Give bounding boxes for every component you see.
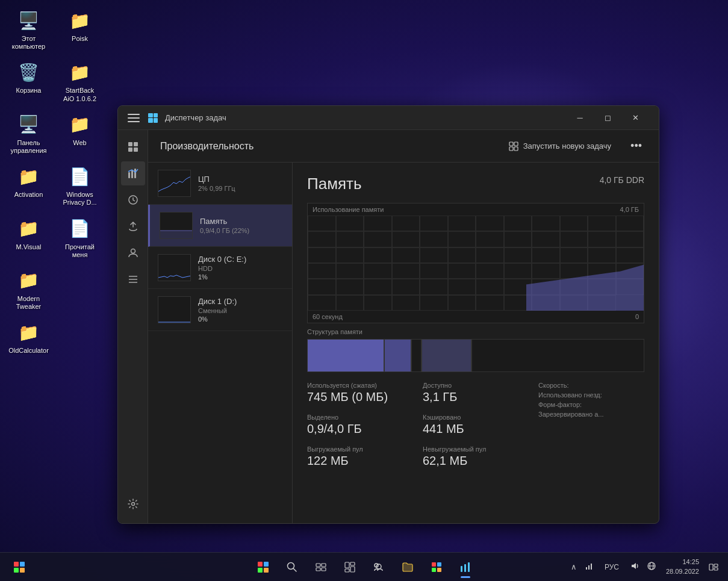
minimize-button[interactable]: ─ <box>566 108 594 128</box>
desktop-icon-oldcalculator[interactable]: 📁 OldCalculator <box>6 318 51 357</box>
svg-rect-17 <box>160 231 193 239</box>
svg-rect-1 <box>134 142 138 146</box>
tray-icons: ∧ <box>568 560 596 574</box>
stat-cached-value: 441 МБ <box>423 422 529 436</box>
gc <box>392 263 420 279</box>
gc <box>476 263 504 279</box>
store-button[interactable] <box>425 555 449 579</box>
chart-label-top-right: 4,0 ГБ <box>620 206 639 213</box>
more-options-button[interactable]: ••• <box>626 137 647 155</box>
stat-nonpaged: Невыгружаемый пул 62,1 МБ <box>423 446 529 468</box>
desktop-icon-this-pc[interactable]: 🖥️ Этот компьютер <box>6 6 51 53</box>
svg-point-12 <box>131 503 134 506</box>
clock-date: 28.09.2022 <box>666 567 699 576</box>
tray-audio <box>627 560 659 574</box>
stats-col-left: Используется (сжатая) 745 МБ (0 МБ) Выде… <box>307 382 413 468</box>
taskbar-center <box>251 555 478 579</box>
tray-network-icon[interactable] <box>582 560 596 574</box>
desktop-icon-mvisual[interactable]: 📁 M.Visual <box>6 214 51 261</box>
device-item-memory[interactable]: Память 0,9/4,0 ГБ (22%) <box>148 205 292 247</box>
modern-tweaker-label: Modern Tweaker <box>8 295 49 311</box>
task-view-icon <box>315 561 327 573</box>
new-task-icon <box>509 141 518 151</box>
device-item-cpu[interactable]: ЦП 2% 0,99 ГГц <box>148 163 292 205</box>
disk0-sub: HDD <box>198 265 282 272</box>
chat-icon <box>373 561 385 573</box>
svg-rect-37 <box>468 562 470 572</box>
svg-rect-28 <box>350 567 355 572</box>
mem-used2-segment <box>385 340 412 371</box>
task-view-button[interactable] <box>309 555 333 579</box>
search-button[interactable] <box>280 555 304 579</box>
tm-main: Производительность Запустить новую задач… <box>148 130 659 523</box>
gc <box>476 295 504 311</box>
notifications-button[interactable] <box>706 558 721 577</box>
stat-allocated: Выделено 0,9/4,0 ГБ <box>307 414 413 436</box>
sidebar-item-performance[interactable] <box>121 161 145 185</box>
sidebar-item-startup[interactable] <box>121 214 145 238</box>
svg-rect-27 <box>345 569 349 572</box>
gc <box>448 279 476 294</box>
gc <box>476 216 504 231</box>
sidebar-item-users[interactable] <box>121 241 145 265</box>
stats-col-right: Скорость: Использовано гнезд: Форм-факто… <box>538 382 644 468</box>
desktop-icon-activation[interactable]: 📁 Activation <box>6 162 51 209</box>
maximize-button[interactable]: ◻ <box>594 108 621 128</box>
gc <box>420 263 448 279</box>
widgets-button[interactable] <box>338 555 362 579</box>
svg-rect-36 <box>464 564 466 572</box>
gc <box>336 231 364 247</box>
sidebar-item-history[interactable] <box>121 188 145 212</box>
svg-rect-26 <box>350 562 355 565</box>
this-pc-label: Этот компьютер <box>8 35 49 51</box>
device-item-disk0[interactable]: Диск 0 (C: E:) HDD 1% <box>148 247 292 289</box>
sidebar-item-apps[interactable] <box>121 135 145 159</box>
gc <box>364 279 392 294</box>
lang-indicator[interactable]: РУС <box>601 562 623 573</box>
gc <box>560 247 588 263</box>
start-center-button[interactable] <box>251 555 275 579</box>
svg-rect-24 <box>322 568 326 571</box>
gc <box>336 216 364 231</box>
gc <box>392 279 420 294</box>
gc <box>364 216 392 231</box>
hamburger-menu[interactable] <box>128 112 140 124</box>
desktop-icon-korzina[interactable]: 🗑️ Корзина <box>6 58 51 105</box>
gc <box>560 231 588 247</box>
sidebar-item-settings[interactable] <box>121 492 145 516</box>
desktop-icon-prochitai[interactable]: 📄 Прочитай меня <box>57 214 102 261</box>
clock-display[interactable]: 14:25 28.09.2022 <box>664 555 702 579</box>
new-task-button[interactable]: Запустить новую задачу <box>504 139 616 154</box>
gc <box>420 295 448 311</box>
gc <box>448 263 476 279</box>
gc <box>364 247 392 263</box>
svg-line-20 <box>293 568 296 571</box>
memory-sub: 0,9/4,0 ГБ (22%) <box>200 227 282 234</box>
desktop-icon-startback[interactable]: 📁 StartBack AiO 1.0.6.2 <box>57 58 102 105</box>
desktop-icon-modern-tweaker[interactable]: 📁 Modern Tweaker <box>6 266 51 313</box>
device-item-disk1[interactable]: Диск 1 (D:) Сменный 0% <box>148 289 292 331</box>
close-button[interactable]: ✕ <box>621 108 649 128</box>
sidebar-item-details[interactable] <box>121 267 145 291</box>
desktop-icon-poisk[interactable]: 📁 Poisk <box>57 6 102 53</box>
stat-slots-label: Использовано гнезд: <box>538 391 644 399</box>
mvisual-icon: 📁 <box>17 217 41 241</box>
gc <box>392 295 420 311</box>
stats-col-center: Доступно 3,1 ГБ Кэшировано 441 МБ Невыгр… <box>423 382 529 468</box>
chat-button[interactable] <box>367 555 391 579</box>
desktop-icon-windows-privacy[interactable]: 📄 Windows Privacy D... <box>57 162 102 209</box>
desktop-icon-web[interactable]: 📁 Web <box>57 110 102 157</box>
taskbar: ∧ РУС <box>0 552 728 581</box>
svg-rect-39 <box>588 565 590 570</box>
tray-globe-icon[interactable] <box>644 560 659 574</box>
memory-name: Память <box>200 217 282 226</box>
startback-label: StartBack AiO 1.0.6.2 <box>60 87 100 102</box>
desktop-icon-panel[interactable]: 🖥️ Панель управления <box>6 110 51 157</box>
tray-audio-icon[interactable] <box>627 560 642 574</box>
tray-show-hidden[interactable]: ∧ <box>568 561 579 573</box>
cpu-sub: 2% 0,99 ГГц <box>198 185 282 192</box>
taskmanager-taskbar-button[interactable] <box>453 555 478 579</box>
file-explorer-button[interactable] <box>396 555 420 579</box>
stat-available: Доступно 3,1 ГБ <box>423 382 529 404</box>
start-button[interactable] <box>7 555 31 579</box>
